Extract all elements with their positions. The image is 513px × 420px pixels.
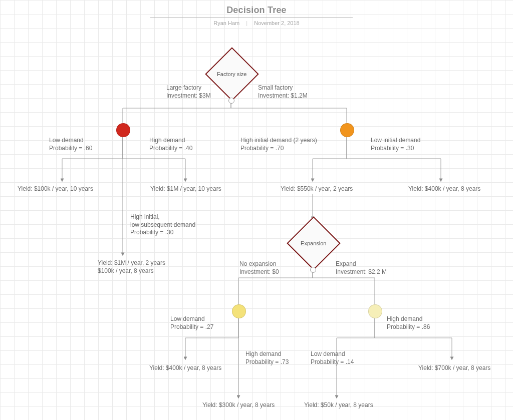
branch-small-factory: Small factory Investment: $1.2M [258, 84, 308, 100]
yield-high-then-low-large: Yield: $1M / year, 2 years $100k / year,… [98, 259, 165, 275]
branch-low-demand-noexp: Low demand Probability = .27 [170, 315, 213, 331]
chance-no-expansion [232, 304, 246, 318]
chance-expand [368, 304, 382, 318]
branch-expand: Expand Investment: $2.2 M [336, 260, 387, 276]
yield-high-demand-noexp: Yield: $300k / year, 8 years [202, 401, 275, 409]
branch-low-demand-large: Low demand Probability = .60 [49, 137, 92, 152]
decision-factory-size-label: Factory size [217, 71, 246, 77]
branch-low-demand-expand: Low demand Probability = .14 [311, 350, 354, 366]
branch-high-initial-small: High initial demand (2 years) Probabilit… [240, 137, 317, 152]
yield-low-initial-small: Yield: $400k / year, 8 years [408, 185, 480, 193]
yield-high-demand-large: Yield: $1M / year, 10 years [150, 185, 221, 193]
yield-low-demand-expand: Yield: $50k / year, 8 years [304, 401, 373, 409]
branch-high-then-low-large: High initial, low subsequent demand Prob… [130, 213, 195, 237]
branch-high-demand-large: High demand Probability = .40 [149, 137, 192, 152]
chance-large-factory [116, 123, 130, 137]
branch-high-demand-expand: High demand Probability = .86 [387, 315, 430, 331]
decision-expansion-label: Expansion [301, 240, 326, 246]
yield-high-demand-expand: Yield: $700k / year, 8 years [418, 364, 490, 372]
chance-small-factory [340, 123, 354, 137]
diagram-stage: Decision Tree Ryan Ham | November 2, 201… [0, 0, 513, 420]
branch-low-initial-small: Low initial demand Probability = .30 [371, 137, 420, 152]
connector-cap-icon [228, 98, 234, 104]
branch-large-factory: Large factory Investment: $3M [166, 84, 211, 100]
branch-high-demand-noexp: High demand Probability = .73 [245, 350, 289, 366]
connector-cap-icon [310, 267, 316, 273]
yield-low-demand-noexp: Yield: $400k / year, 8 years [149, 364, 221, 372]
branch-no-expansion: No expansion Investment: $0 [239, 260, 279, 276]
yield-low-demand-large: Yield: $100k / year, 10 years [18, 185, 93, 193]
yield-high-initial-small: Yield: $550k / year, 2 years [281, 185, 353, 193]
